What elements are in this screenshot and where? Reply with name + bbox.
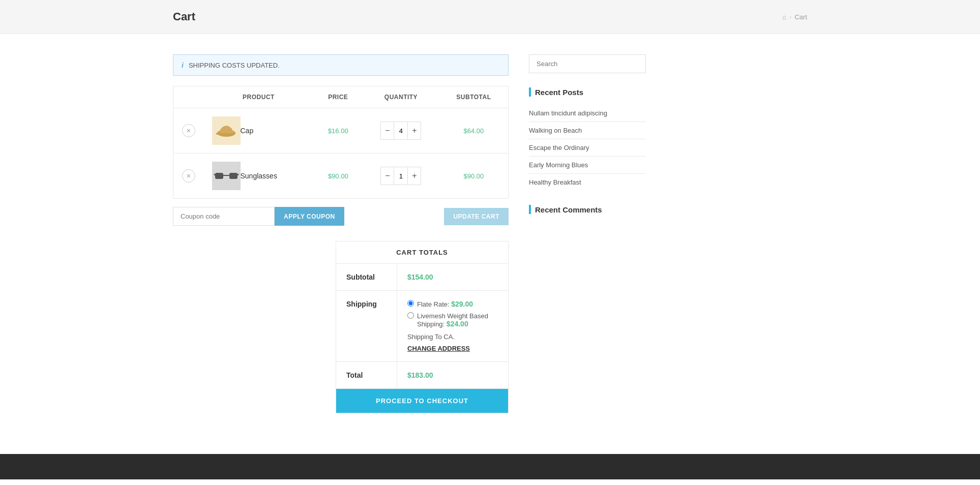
list-item[interactable]: Early Morning Blues [529,157,646,174]
product-price: $16.00 [328,127,348,135]
product-cell: Sunglasses [212,162,306,190]
svg-rect-5 [229,173,237,179]
shipping-to: Shipping To CA. [407,333,498,341]
qty-decrease-button[interactable]: − [381,122,394,139]
total-row: Total $183.00 [336,362,508,389]
breadcrumb-current: Cart [794,13,807,21]
search-input[interactable] [529,54,646,73]
subtotal-value: $154.00 [397,264,508,290]
cart-totals: CART TOTALS Subtotal $154.00 Shipping [336,241,509,413]
page-header: Cart ⌂ › Cart [0,0,980,34]
col-product: PRODUCT [204,86,314,108]
coupon-area: APPLY COUPON [173,207,344,226]
breadcrumb: ⌂ › Cart [782,13,807,21]
table-row: × [173,154,509,199]
list-item[interactable]: Nullam tincidunt adipiscing [529,105,646,122]
shipping-option-1-label[interactable]: Flate Rate: $29.00 [407,300,498,308]
remove-item-button[interactable]: × [182,169,195,183]
page-title: Cart [173,10,195,23]
quantity-control: − + [380,122,421,140]
sidebar: Recent Posts Nullam tincidunt adipiscing… [529,54,646,413]
svg-rect-2 [216,133,221,135]
qty-input[interactable] [394,167,408,185]
main-content: i SHIPPING COSTS UPDATED. PRODUCT PRICE … [0,34,980,434]
total-value: $183.00 [397,362,508,388]
cart-section: i SHIPPING COSTS UPDATED. PRODUCT PRICE … [173,54,509,413]
shipping-row: Shipping Flate Rate: $29.00 Livemesh We [336,291,508,362]
col-remove [173,86,204,108]
recent-comments-title: Recent Comments [529,205,646,214]
shipping-1-text: Flate Rate: $29.00 [417,300,473,308]
shipping-2-text: Livemesh Weight Based Shipping: $24.00 [417,312,498,328]
total-label: Total [336,362,397,388]
table-row: × Cap [173,108,509,154]
product-price: $90.00 [328,172,348,180]
subtotal-row: Subtotal $154.00 [336,264,508,291]
list-item[interactable]: Escape the Ordinary [529,139,646,157]
cap-thumbnail [212,116,241,145]
total-amount: $183.00 [407,371,433,379]
info-icon: i [182,61,184,69]
qty-increase-button[interactable]: + [408,167,421,185]
item-subtotal: $90.00 [464,172,484,180]
coupon-input[interactable] [173,207,275,226]
qty-decrease-button[interactable]: − [381,167,394,185]
qty-input[interactable] [394,122,408,139]
qty-increase-button[interactable]: + [408,122,421,139]
remove-item-button[interactable]: × [182,124,195,137]
list-item[interactable]: Healthy Breakfast [529,174,646,191]
shipping-option-2-label[interactable]: Livemesh Weight Based Shipping: $24.00 [407,312,498,328]
subtotal-label: Subtotal [336,264,397,290]
shipping-option-2: Livemesh Weight Based Shipping: $24.00 [407,312,498,328]
breadcrumb-separator: › [789,13,791,21]
subtotal-amount: $154.00 [407,273,433,281]
cart-table: PRODUCT PRICE QUANTITY SUBTOTAL × [173,86,509,199]
sunglasses-thumbnail [212,162,241,190]
col-subtotal: SUBTOTAL [439,86,509,108]
page-footer [0,454,980,479]
recent-posts-list: Nullam tincidunt adipiscing Walking on B… [529,105,646,191]
col-price: PRICE [313,86,363,108]
recent-posts-title: Recent Posts [529,87,646,97]
update-cart-button[interactable]: UPDATE CART [444,208,509,225]
shipping-label: Shipping [336,291,397,361]
apply-coupon-button[interactable]: APPLY COUPON [275,207,344,226]
checkout-button[interactable]: PROCEED TO CHECKOUT [336,389,508,413]
list-item[interactable]: Walking on Beach [529,122,646,139]
shipping-option-1: Flate Rate: $29.00 [407,300,498,308]
product-name: Sunglasses [241,172,277,180]
item-subtotal: $64.00 [464,127,484,135]
cart-totals-header: CART TOTALS [336,241,508,264]
shipping-options: Flate Rate: $29.00 Livemesh Weight Based… [397,291,508,361]
shipping-radio-2[interactable] [407,312,414,319]
notification-message: SHIPPING COSTS UPDATED. [189,62,280,69]
notification-bar: i SHIPPING COSTS UPDATED. [173,54,509,76]
cart-totals-wrapper: CART TOTALS Subtotal $154.00 Shipping [173,241,509,413]
breadcrumb-home-icon[interactable]: ⌂ [782,13,786,21]
shipping-radio-1[interactable] [407,300,414,307]
svg-rect-4 [215,173,223,179]
quantity-control: − + [380,167,421,185]
product-cell: Cap [212,116,306,145]
change-address-button[interactable]: CHANGE ADDRESS [407,345,470,352]
cart-actions: APPLY COUPON UPDATE CART [173,207,509,226]
product-name: Cap [241,127,254,135]
col-quantity: QUANTITY [363,86,439,108]
